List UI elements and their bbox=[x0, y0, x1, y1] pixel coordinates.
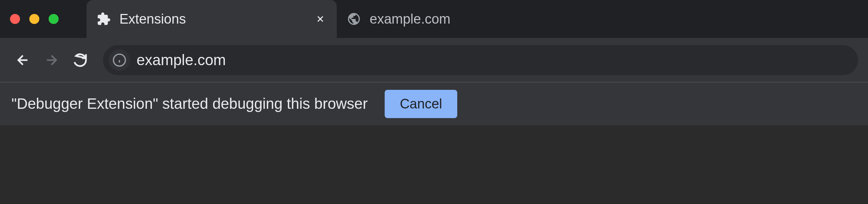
cancel-button[interactable]: Cancel bbox=[385, 90, 457, 118]
tab-strip: Extensions example.com bbox=[0, 0, 868, 38]
reload-button[interactable] bbox=[67, 47, 93, 73]
tab-title: example.com bbox=[370, 11, 527, 27]
tab-title: Extensions bbox=[119, 11, 307, 27]
site-info-button[interactable] bbox=[109, 49, 130, 71]
window-controls bbox=[10, 14, 59, 24]
tab-close-button[interactable] bbox=[314, 13, 327, 25]
back-button[interactable] bbox=[10, 47, 36, 73]
tab-example-com[interactable]: example.com bbox=[337, 0, 537, 38]
puzzle-piece-icon bbox=[97, 12, 111, 26]
infobar-message: "Debugger Extension" started debugging t… bbox=[11, 95, 368, 112]
forward-button[interactable] bbox=[39, 47, 64, 73]
window-close-button[interactable] bbox=[10, 14, 20, 24]
debugger-infobar: "Debugger Extension" started debugging t… bbox=[0, 82, 868, 125]
tab-extensions[interactable]: Extensions bbox=[87, 0, 337, 38]
omnibox-url: example.com bbox=[137, 52, 854, 69]
toolbar: example.com bbox=[0, 38, 868, 82]
globe-icon bbox=[347, 12, 361, 26]
window-minimize-button[interactable] bbox=[29, 14, 39, 24]
window-maximize-button[interactable] bbox=[49, 14, 59, 24]
omnibox[interactable]: example.com bbox=[103, 45, 858, 75]
